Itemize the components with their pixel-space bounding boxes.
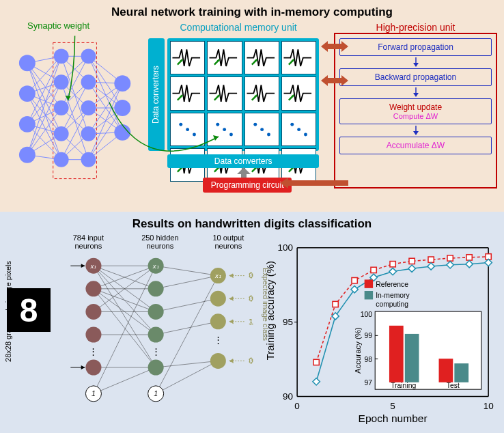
svg-marker-162: [229, 320, 234, 324]
svg-text:10: 10: [483, 401, 493, 411]
compute-dw-label: Compute ΔW: [341, 112, 490, 120]
high-precision-unit: High-precision unit Forward propagation …: [334, 22, 497, 199]
svg-text:0: 0: [249, 294, 253, 303]
forward-propagation-step: Forward propagation: [339, 38, 492, 56]
down-arrow-icon: [409, 126, 423, 135]
accumulate-step: Accumulate ΔW: [339, 137, 492, 154]
svg-line-119: [94, 367, 156, 393]
y-axis-label: Training accuracy (%): [264, 261, 276, 360]
svg-text:x₁: x₁: [152, 262, 159, 270]
svg-marker-194: [428, 263, 434, 270]
svg-point-132: [86, 304, 102, 320]
accuracy-chart: Training accuracy (%) 90 95 100 0 5 10 E…: [267, 234, 497, 425]
svg-point-85: [267, 132, 270, 136]
svg-point-143: [148, 304, 164, 320]
svg-point-52: [19, 55, 36, 71]
svg-point-78: [186, 128, 189, 131]
down-arrow-icon: [409, 87, 423, 97]
svg-point-135: [86, 359, 102, 375]
svg-line-118: [94, 266, 156, 393]
svg-marker-195: [447, 262, 453, 268]
svg-rect-183: [409, 258, 415, 264]
svg-point-87: [297, 128, 300, 131]
x-axis-label: Epoch number: [358, 413, 427, 424]
svg-line-34: [61, 56, 89, 134]
svg-text:x₁: x₁: [90, 262, 97, 270]
svg-line-125: [156, 276, 219, 394]
svg-text:100: 100: [277, 242, 292, 253]
svg-rect-213: [364, 291, 372, 299]
svg-text:Test: Test: [447, 382, 460, 389]
svg-rect-208: [454, 363, 468, 382]
svg-rect-178: [313, 359, 319, 365]
svg-marker-189: [332, 313, 339, 320]
memory-cell: [170, 41, 205, 74]
svg-point-68: [114, 124, 130, 141]
memory-cell: [244, 76, 279, 110]
svg-point-64: [81, 126, 96, 141]
svg-point-144: [148, 326, 164, 342]
svg-point-84: [260, 128, 264, 131]
svg-text:97: 97: [364, 379, 372, 387]
svg-line-111: [94, 289, 156, 312]
svg-point-56: [54, 48, 69, 64]
svg-rect-184: [428, 257, 434, 262]
svg-point-60: [54, 152, 69, 167]
svg-line-122: [156, 298, 219, 311]
svg-point-131: [86, 281, 102, 296]
svg-marker-97: [413, 93, 419, 97]
inset-y-label: Accuracy (%): [354, 327, 362, 374]
svg-point-59: [54, 126, 69, 141]
svg-point-61: [81, 48, 96, 64]
cmu-title: Computational memory unit: [148, 22, 328, 33]
svg-text:0: 0: [249, 357, 253, 365]
svg-text:98: 98: [364, 356, 372, 363]
svg-marker-165: [229, 359, 234, 363]
neural-network-diagram: Synaptic weight: [7, 22, 143, 199]
memory-cell: [207, 76, 242, 110]
down-arrow-icon: [409, 57, 423, 67]
svg-text:1: 1: [249, 318, 253, 326]
svg-rect-211: [364, 279, 372, 288]
computational-memory-unit: Computational memory unit Data converter…: [148, 22, 328, 199]
svg-point-79: [193, 132, 196, 136]
dots-cell: [207, 113, 242, 146]
svg-point-55: [19, 147, 36, 163]
hpu-title: High-precision unit: [334, 22, 497, 33]
svg-text:99: 99: [364, 332, 372, 339]
svg-rect-186: [466, 255, 472, 260]
svg-rect-185: [447, 255, 453, 261]
svg-text:95: 95: [283, 317, 293, 327]
svg-point-154: [210, 353, 226, 369]
svg-rect-179: [333, 301, 338, 307]
weight-update-step: Weight update Compute ΔW: [339, 98, 492, 124]
results-panel: Results on handwritten digits classifica…: [0, 212, 504, 433]
weight-update-label: Weight update: [341, 102, 490, 112]
dots-cell: [244, 113, 279, 146]
crossbar-grid: [167, 38, 319, 151]
svg-rect-181: [371, 267, 376, 273]
svg-point-151: [210, 291, 226, 307]
svg-point-146: [148, 359, 164, 375]
bidir-arrow-icon: [321, 74, 348, 87]
svg-line-108: [94, 266, 156, 367]
input-layer-label: 784 input neurons: [61, 234, 115, 250]
svg-point-81: [223, 128, 227, 131]
left-arrow-icon: [280, 176, 348, 190]
svg-text:0: 0: [249, 271, 253, 279]
svg-marker-190: [351, 286, 358, 293]
svg-point-62: [81, 74, 96, 89]
svg-text:In-memory: In-memory: [376, 292, 410, 299]
svg-text:100: 100: [361, 311, 373, 318]
svg-marker-156: [229, 274, 234, 278]
synaptic-weight-label: Synaptic weight: [27, 20, 89, 31]
svg-rect-182: [390, 262, 395, 267]
svg-marker-128: [81, 264, 85, 268]
svg-point-57: [54, 74, 69, 89]
svg-marker-95: [413, 63, 419, 67]
svg-point-133: [86, 326, 102, 342]
svg-text:Reference: Reference: [376, 281, 408, 288]
output-layer-label: 10 output neurons: [201, 234, 255, 250]
memory-cell: [244, 41, 279, 74]
svg-marker-188: [313, 378, 320, 385]
